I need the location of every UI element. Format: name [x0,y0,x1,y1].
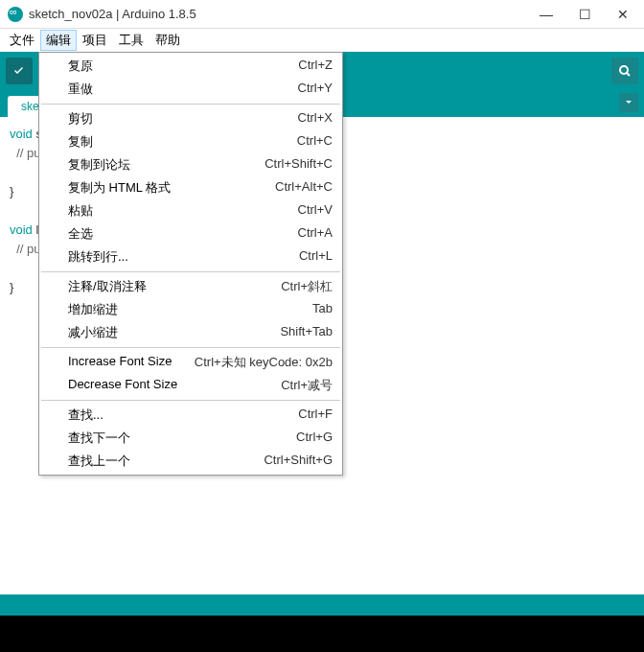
menu-entry[interactable]: 复原Ctrl+Z [39,55,342,78]
menu-entry-label: 增加缩进 [68,301,312,318]
message-bar [0,594,644,616]
menu-entry-shortcut: Ctrl+Alt+C [275,179,333,197]
minimize-button[interactable]: — [537,7,556,22]
menu-entry-label: 减小缩进 [68,324,280,341]
menu-entry[interactable]: Increase Font SizeCtrl+未知 keyCode: 0x2b [39,351,342,374]
menu-entry-shortcut: Tab [312,301,333,318]
menu-entry-label: 注释/取消注释 [68,278,281,295]
menu-entry[interactable]: 减小缩进Shift+Tab [39,321,342,344]
menu-entry[interactable]: 查找...Ctrl+F [39,404,342,427]
menu-bar: 文件编辑项目工具帮助 [0,29,644,52]
menu-item-4[interactable]: 帮助 [150,30,186,51]
arduino-logo-icon [8,7,23,22]
window-title: sketch_nov02a | Arduino 1.8.5 [29,7,537,21]
maximize-button[interactable]: ☐ [575,7,594,22]
tab-dropdown-button[interactable] [619,93,638,112]
menu-entry[interactable]: 粘贴Ctrl+V [39,199,342,222]
menu-item-3[interactable]: 工具 [113,30,150,51]
menu-entry-shortcut: Ctrl+C [297,133,333,151]
menu-item-0[interactable]: 文件 [4,30,40,51]
menu-entry-label: 剪切 [68,110,298,128]
menu-entry[interactable]: 跳转到行...Ctrl+L [39,245,342,268]
menu-entry-label: Increase Font Size [68,354,195,371]
menu-item-1[interactable]: 编辑 [40,30,77,51]
menu-entry-shortcut: Ctrl+Shift+C [264,156,333,174]
menu-entry[interactable]: 增加缩进Tab [39,298,342,321]
serial-monitor-button[interactable] [611,58,638,84]
menu-separator [41,400,340,401]
menu-entry-label: 粘贴 [68,202,298,220]
menu-entry[interactable]: 复制到论坛Ctrl+Shift+C [39,153,342,176]
menu-entry-label: 全选 [68,225,298,243]
menu-entry[interactable]: 剪切Ctrl+X [39,107,342,130]
menu-entry-shortcut: Ctrl+F [298,407,333,424]
menu-separator [41,271,340,272]
menu-entry-shortcut: Ctrl+减号 [281,377,333,394]
menu-entry-shortcut: Ctrl+X [298,110,333,128]
menu-entry-label: 复制到论坛 [68,156,264,174]
menu-separator [41,104,340,105]
menu-entry-shortcut: Shift+Tab [280,324,333,341]
menu-entry-label: 复制为 HTML 格式 [68,179,275,197]
menu-separator [41,347,340,348]
menu-entry-shortcut: Ctrl+A [298,225,333,243]
menu-entry-shortcut: Ctrl+V [298,202,333,220]
menu-item-2[interactable]: 项目 [77,30,113,51]
menu-entry[interactable]: 重做Ctrl+Y [39,78,342,101]
menu-entry-label: 查找上一个 [68,453,264,470]
menu-entry-label: 复原 [68,58,298,75]
menu-entry[interactable]: 全选Ctrl+A [39,222,342,245]
menu-entry-shortcut: Ctrl+Y [298,81,333,98]
menu-entry-label: 跳转到行... [68,248,299,266]
menu-entry-label: 重做 [68,81,298,98]
menu-entry[interactable]: 查找上一个Ctrl+Shift+G [39,450,342,473]
close-button[interactable]: ✕ [613,7,632,22]
menu-entry-label: 查找... [68,407,298,424]
menu-entry-shortcut: Ctrl+斜杠 [281,278,333,295]
menu-entry[interactable]: 查找下一个Ctrl+G [39,427,342,450]
svg-point-0 [620,66,628,74]
menu-entry[interactable]: 复制为 HTML 格式Ctrl+Alt+C [39,176,342,199]
menu-entry[interactable]: 复制Ctrl+C [39,130,342,153]
title-bar: sketch_nov02a | Arduino 1.8.5 — ☐ ✕ [0,0,644,29]
menu-entry-shortcut: Ctrl+G [296,430,333,447]
console [0,616,644,652]
menu-entry-shortcut: Ctrl+Shift+G [264,453,333,470]
menu-entry[interactable]: 注释/取消注释Ctrl+斜杠 [39,275,342,298]
verify-button[interactable] [6,58,33,84]
edit-menu-dropdown: 复原Ctrl+Z重做Ctrl+Y剪切Ctrl+X复制Ctrl+C复制到论坛Ctr… [38,52,343,476]
menu-entry-shortcut: Ctrl+L [299,248,333,266]
menu-entry-label: 复制 [68,133,297,151]
menu-entry[interactable]: Decrease Font SizeCtrl+减号 [39,374,342,397]
menu-entry-shortcut: Ctrl+未知 keyCode: 0x2b [195,354,333,371]
menu-entry-label: 查找下一个 [68,430,296,447]
menu-entry-label: Decrease Font Size [68,377,281,394]
menu-entry-shortcut: Ctrl+Z [298,58,333,75]
